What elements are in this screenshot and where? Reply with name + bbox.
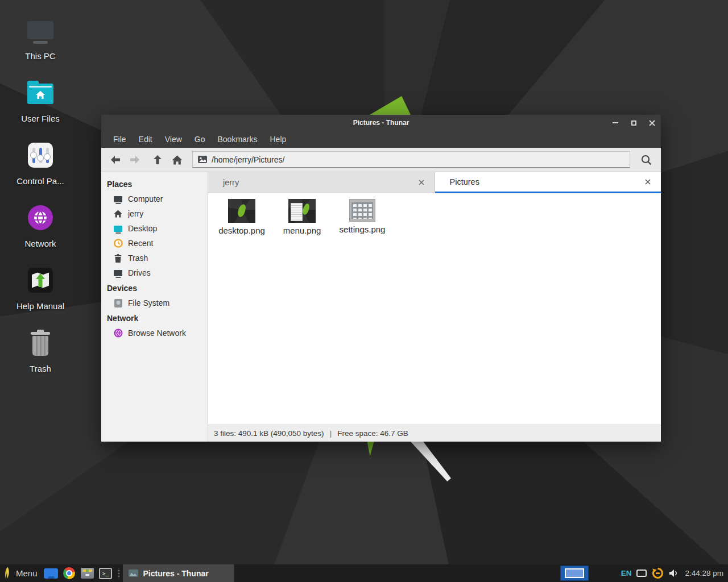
sidebar-header-network: Network <box>101 310 208 326</box>
sidebar-item-recent[interactable]: Recent <box>101 236 208 251</box>
sidebar-item-file-system[interactable]: File System <box>101 296 208 310</box>
sidebar-header-places: Places <box>101 176 208 192</box>
file-thumbnail <box>288 199 316 223</box>
terminal-icon: >_ <box>99 568 112 579</box>
keyboard-layout-indicator[interactable]: EN <box>621 569 632 577</box>
update-refresh-icon <box>652 567 664 579</box>
filesystem-drive-icon <box>113 299 123 307</box>
tab-close-button[interactable] <box>415 176 428 189</box>
drives-icon <box>113 270 123 276</box>
distro-logo-icon <box>3 567 12 580</box>
sidebar-item-jerry[interactable]: jerry <box>101 206 208 221</box>
taskbar-clock[interactable]: 2:44:28 pm <box>681 569 728 577</box>
sidebar-header-devices: Devices <box>101 280 208 296</box>
desktop-icon-label: Help Manual <box>16 301 64 311</box>
menu-view[interactable]: View <box>159 131 188 148</box>
show-desktop-button[interactable] <box>42 564 60 582</box>
file-manager-launcher[interactable] <box>78 564 97 582</box>
show-desktop-icon <box>44 568 58 579</box>
sidebar-item-drives[interactable]: Drives <box>101 265 208 280</box>
desktop-icon-control-panel[interactable]: Control Pa... <box>10 134 71 197</box>
tab-close-button[interactable] <box>642 176 654 188</box>
up-button[interactable] <box>148 151 167 169</box>
trash-icon <box>30 332 51 356</box>
browse-network-globe-icon <box>113 329 123 338</box>
sidebar-item-computer[interactable]: Computer <box>101 192 208 206</box>
chrome-launcher[interactable] <box>60 564 78 582</box>
minimize-button[interactable] <box>606 115 624 131</box>
statusbar-files-text: 3 files: 490.1 kB (490,050 bytes) <box>214 429 324 438</box>
desktop-icon-label: Trash <box>30 364 51 373</box>
file-menu-png[interactable]: menu.png <box>274 198 330 235</box>
computer-icon <box>113 196 123 202</box>
toolbar: /home/jerry/Pictures/ <box>101 148 661 172</box>
window-titlebar[interactable]: Pictures - Thunar <box>101 115 661 131</box>
tab-label: Pictures <box>450 177 642 186</box>
terminal-launcher[interactable]: >_ <box>97 564 115 582</box>
close-icon <box>649 120 655 126</box>
up-arrow-icon <box>153 154 162 165</box>
sidebar-item-browse-network[interactable]: Browse Network <box>101 326 208 340</box>
help-manual-icon <box>28 268 53 293</box>
menu-help[interactable]: Help <box>264 131 293 148</box>
home-folder-icon <box>27 84 53 104</box>
menu-button-label: Menu <box>16 568 38 578</box>
home-icon <box>113 210 123 218</box>
sidebar-item-trash[interactable]: Trash <box>101 251 208 265</box>
computer-icon <box>27 21 53 39</box>
wallpaper-leaf-fragment <box>370 96 411 115</box>
file-thumbnail <box>228 199 255 223</box>
tab-bar: jerry Pictures <box>208 172 661 193</box>
sidebar-item-desktop[interactable]: Desktop <box>101 221 208 236</box>
forward-button[interactable] <box>125 151 144 169</box>
display-tray-icon[interactable] <box>636 569 647 577</box>
tab-pictures[interactable]: Pictures <box>435 172 661 193</box>
tab-label: jerry <box>223 178 415 187</box>
menu-edit[interactable]: Edit <box>133 131 159 148</box>
desktop-icon-user-files[interactable]: User Files <box>10 72 71 134</box>
close-button[interactable] <box>643 115 661 131</box>
back-button[interactable] <box>106 151 125 169</box>
workspace-switcher[interactable] <box>560 566 589 581</box>
maximize-button[interactable] <box>624 115 643 131</box>
task-button-label: Pictures - Thunar <box>143 569 209 578</box>
control-panel-icon <box>28 143 53 168</box>
close-icon <box>419 180 424 185</box>
desktop-icon-label: This PC <box>25 51 55 61</box>
desktop-icon-label: Control Pa... <box>16 176 64 186</box>
menu-go[interactable]: Go <box>188 131 212 148</box>
wallpaper-leaf-fragment <box>366 442 375 456</box>
network-globe-icon <box>28 205 53 230</box>
sidebar-item-label: File System <box>128 298 169 307</box>
file-name: settings.png <box>340 225 386 234</box>
desktop-icon-trash[interactable]: Trash <box>10 322 71 384</box>
search-icon <box>640 154 652 166</box>
menu-file[interactable]: File <box>107 131 133 148</box>
back-arrow-icon <box>110 155 121 164</box>
sidebar-item-label: Browse Network <box>128 329 186 338</box>
desktop-icon-network[interactable]: Network <box>10 197 71 259</box>
menu-bookmarks[interactable]: Bookmarks <box>211 131 263 148</box>
desktop-icon-help-manual[interactable]: Help Manual <box>10 259 71 322</box>
tasklist-grip[interactable] <box>117 568 121 579</box>
file-view[interactable]: desktop.png menu.png settings.png <box>208 193 661 425</box>
file-settings-png[interactable]: settings.png <box>334 198 390 234</box>
chrome-icon <box>63 567 75 579</box>
file-desktop-png[interactable]: desktop.png <box>214 198 270 235</box>
home-icon <box>172 155 183 165</box>
task-button-pictures-thunar[interactable]: Pictures - Thunar <box>123 564 234 582</box>
menu-button[interactable]: Menu <box>0 564 42 582</box>
speaker-icon <box>669 569 679 577</box>
home-button[interactable] <box>167 151 187 169</box>
volume-tray-icon[interactable] <box>669 569 679 577</box>
desktop-icon-label: User Files <box>21 114 60 123</box>
path-entry[interactable]: /home/jerry/Pictures/ <box>192 151 630 168</box>
desktop-icon <box>113 226 123 232</box>
sidebar-item-label: jerry <box>128 209 143 218</box>
file-name: desktop.png <box>218 226 265 235</box>
search-button[interactable] <box>636 151 656 169</box>
tab-jerry[interactable]: jerry <box>208 172 435 193</box>
desktop-icon-this-pc[interactable]: This PC <box>10 9 71 72</box>
update-manager-tray-icon[interactable] <box>652 567 664 579</box>
workspace-window-icon <box>565 568 584 578</box>
